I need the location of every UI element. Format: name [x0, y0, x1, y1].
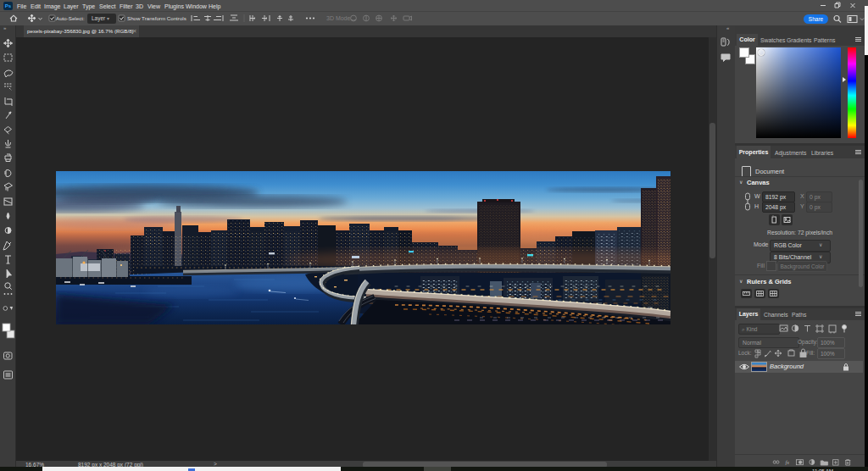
svg-text:3D Mode: 3D Mode [326, 15, 351, 21]
svg-text:fx: fx [786, 459, 790, 465]
